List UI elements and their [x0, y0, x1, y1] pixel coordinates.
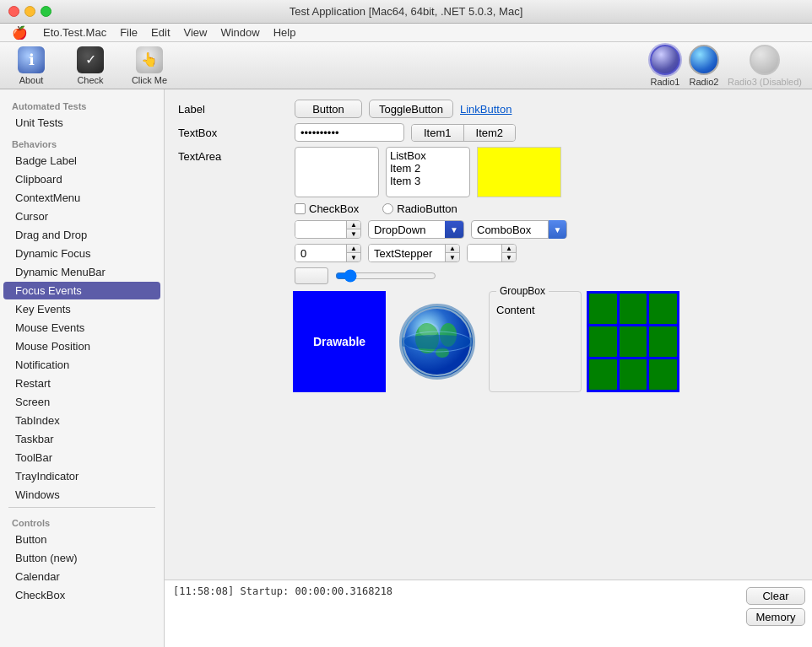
text-stepper-input[interactable] — [369, 244, 445, 262]
tab-item1[interactable]: Item1 — [412, 125, 464, 141]
sidebar-item-calendar[interactable]: Calendar — [3, 568, 160, 585]
numeric-stepper-input[interactable] — [295, 244, 346, 262]
menu-app[interactable]: Eto.Test.Mac — [36, 24, 113, 40]
sidebar-item-screen[interactable]: Screen — [3, 393, 160, 411]
text-stepper-up[interactable]: ▲ — [446, 244, 459, 253]
menu-file[interactable]: File — [113, 24, 144, 40]
checkbox-label: CheckBox — [309, 202, 359, 215]
section-controls: Controls — [0, 511, 164, 530]
sidebar-item-dynamic-focus[interactable]: Dynamic Focus — [3, 245, 160, 262]
grid-cell — [649, 326, 677, 357]
globe-svg — [402, 306, 473, 377]
stepper-down-1[interactable]: ▼ — [347, 229, 360, 239]
sidebar-item-mouse-events[interactable]: Mouse Events — [3, 319, 160, 337]
sidebar-item-toolbar[interactable]: ToolBar — [3, 449, 160, 466]
window-title: Test Application [Mac64, 64bit, .NET 5.0… — [290, 5, 523, 18]
close-button[interactable] — [8, 6, 19, 17]
menu-help[interactable]: Help — [267, 24, 303, 40]
menu-view[interactable]: View — [177, 24, 214, 40]
menu-window[interactable]: Window — [214, 24, 266, 40]
extra-stepper-input[interactable] — [468, 244, 501, 262]
minimize-button[interactable] — [24, 6, 35, 17]
sidebar-item-restart[interactable]: Restart — [3, 375, 160, 392]
sidebar-item-key-events[interactable]: Key Events — [3, 300, 160, 318]
textbox-input[interactable] — [295, 123, 404, 142]
listbox-item[interactable]: ListBox — [390, 149, 466, 162]
tab-item2[interactable]: Item2 — [464, 125, 516, 141]
small-rect-button[interactable] — [295, 267, 328, 284]
clickme-label: Click Me — [132, 75, 167, 85]
label-cell: Label — [178, 103, 288, 116]
radiobutton-control[interactable] — [382, 203, 393, 214]
sidebar-item-checkbox[interactable]: CheckBox — [3, 586, 160, 604]
memory-button[interactable]: Memory — [746, 608, 805, 626]
dropdown-arrow[interactable]: ▼ — [445, 220, 463, 239]
grid-cell — [589, 294, 617, 324]
dropdown-input[interactable] — [369, 220, 445, 239]
toggle-button-control[interactable]: ToggleButton — [369, 100, 453, 118]
apple-menu[interactable]: 🍎 — [3, 24, 36, 42]
sidebar-item-taskbar[interactable]: Taskbar — [3, 430, 160, 448]
sidebar-item-badge-label[interactable]: Badge Label — [3, 152, 160, 170]
numeric-stepper-down[interactable]: ▼ — [347, 253, 360, 262]
sidebar-item-dynamic-menubar[interactable]: Dynamic MenuBar — [3, 263, 160, 281]
globe-icon — [399, 304, 475, 380]
text-stepper-down[interactable]: ▼ — [446, 253, 459, 262]
textbox-label: TextBox — [178, 127, 288, 139]
radio1-toolbar[interactable]: Radio1 — [650, 45, 680, 87]
extra-stepper: ▲ ▼ — [467, 244, 517, 262]
stepper-input-1[interactable] — [295, 220, 346, 239]
checkbox-control[interactable] — [295, 203, 306, 214]
grid-cell — [589, 326, 617, 357]
sidebar-item-mouse-position[interactable]: Mouse Position — [3, 337, 160, 355]
listbox-control[interactable]: ListBox Item 2 Item 3 — [386, 147, 470, 197]
link-button-control[interactable]: LinkButton — [460, 103, 512, 116]
sidebar-item-focus-events[interactable]: Focus Events — [3, 282, 160, 299]
extra-stepper-up[interactable]: ▲ — [502, 244, 516, 253]
menu-edit[interactable]: Edit — [144, 24, 176, 40]
slider-control[interactable] — [335, 269, 436, 283]
button-control[interactable]: Button — [295, 100, 362, 118]
radio2-toolbar[interactable]: Radio2 — [689, 45, 719, 87]
sidebar-item-windows[interactable]: Windows — [3, 486, 160, 504]
sidebar-item-cursor[interactable]: Cursor — [3, 208, 160, 225]
dropdown-control: ▼ — [368, 220, 464, 239]
radio1-icon — [650, 45, 680, 75]
listbox-item[interactable]: Item 3 — [390, 175, 466, 187]
toolbar-check[interactable]: ✓ Check — [69, 46, 111, 85]
maximize-button[interactable] — [41, 6, 51, 17]
clear-button[interactable]: Clear — [746, 587, 805, 605]
grid-cell — [620, 294, 647, 324]
toolbar-clickme[interactable]: 👆 Click Me — [128, 46, 171, 85]
svg-point-2 — [440, 323, 457, 347]
listbox-item[interactable]: Item 2 — [390, 162, 466, 175]
top-panel: Label Button ToggleButton LinkButton Tex… — [165, 89, 812, 580]
sidebar-item-unit-tests[interactable]: Unit Tests — [3, 114, 160, 132]
sidebar-item-button-new[interactable]: Button (new) — [3, 549, 160, 567]
sidebar-item-clipboard[interactable]: Clipboard — [3, 170, 160, 188]
extra-stepper-down[interactable]: ▼ — [502, 253, 516, 262]
text-stepper-buttons: ▲ ▼ — [445, 244, 459, 262]
sidebar-item-notification[interactable]: Notification — [3, 356, 160, 374]
sidebar-item-tabindex[interactable]: TabIndex — [3, 412, 160, 429]
numeric-stepper: ▲ ▼ — [295, 244, 361, 262]
text-stepper: ▲ ▼ — [368, 244, 460, 262]
globe-box — [391, 291, 484, 392]
stepper-up-1[interactable]: ▲ — [347, 220, 360, 229]
combobox-arrow[interactable]: ▼ — [548, 220, 566, 239]
content-area: Label Button ToggleButton LinkButton Tex… — [165, 89, 812, 647]
toolbar-about[interactable]: ℹ About — [10, 46, 52, 85]
sidebar-item-tray-indicator[interactable]: TrayIndicator — [3, 467, 160, 485]
textarea-input[interactable] — [295, 147, 379, 197]
check-icon: ✓ — [77, 46, 104, 73]
section-behaviors: Behaviors — [0, 132, 164, 151]
sidebar-item-drag-drop[interactable]: Drag and Drop — [3, 226, 160, 244]
combobox-input[interactable] — [472, 220, 548, 239]
sidebar-item-context-menu[interactable]: ContextMenu — [3, 189, 160, 207]
sidebar-item-button[interactable]: Button — [3, 531, 160, 548]
about-icon: ℹ — [18, 46, 45, 73]
radio1-label: Radio1 — [651, 77, 680, 87]
radio2-icon — [689, 45, 719, 75]
numeric-stepper-up[interactable]: ▲ — [347, 244, 360, 253]
radio3-label: Radio3 (Disabled) — [728, 77, 802, 87]
